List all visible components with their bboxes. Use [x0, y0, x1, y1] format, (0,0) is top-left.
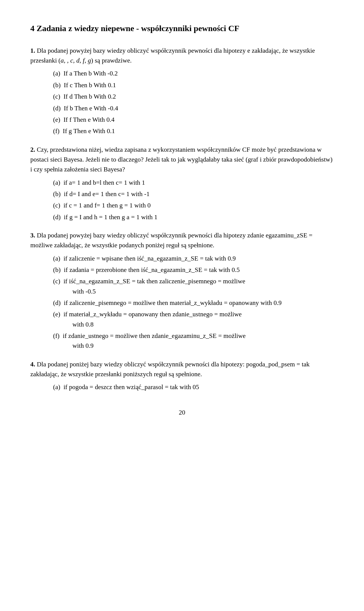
- page-number: 20: [30, 408, 334, 418]
- list-item: (a) if zaliczenie = wpisane then iść_na_…: [53, 254, 334, 264]
- section-4-title: 4. Dla podanej poniżej bazy wiedzy oblic…: [30, 360, 334, 380]
- list-item: (b) If c Then b With 0.1: [53, 80, 334, 90]
- section-4: 4. Dla podanej poniżej bazy wiedzy oblic…: [30, 360, 334, 393]
- list-item: (b) if zadania = przerobione then iść_na…: [53, 265, 334, 275]
- list-item: (d) if g = I and h = 1 then g a = 1 with…: [53, 212, 334, 222]
- list-item: (f) if zdanie_ustnego = możliwe then zda…: [53, 331, 334, 351]
- list-item: (b) if d= I and e= 1 then c= 1 with -1: [53, 189, 334, 199]
- list-item: (e) if materiał_z_wykładu = opanowany th…: [53, 309, 334, 330]
- list-item: (d) If b Then e With -0.4: [53, 104, 334, 113]
- list-item: (d) if zaliczenie_pisemnego = możliwe th…: [53, 298, 334, 308]
- page-title: 4 Zadania z wiedzy niepewne - współczynn…: [30, 23, 334, 35]
- section-1: 1. Dla podanej powyżej bazy wiedzy oblic…: [30, 46, 334, 137]
- list-item: (a) If a Then b With -0.2: [53, 69, 334, 79]
- page-container: 4 Zadania z wiedzy niepewne - współczynn…: [30, 23, 334, 418]
- section-2-list: (a) if a= 1 and b=l then c= 1 with 1 (b)…: [53, 178, 334, 222]
- list-item: (f) If g Then e With 0.1: [53, 126, 334, 136]
- list-item: (e) If f Then e With 0.4: [53, 115, 334, 125]
- section-1-title: 1. Dla podanej powyżej bazy wiedzy oblic…: [30, 46, 334, 66]
- list-item: (c) if c = 1 and f= 1 then g = 1 with 0: [53, 201, 334, 210]
- list-item: (a) if pogoda = deszcz then wziąć_paraso…: [53, 382, 334, 392]
- section-2: 2. Czy, przedstawiona niżej, wiedza zapi…: [30, 145, 334, 222]
- section-2-title: 2. Czy, przedstawiona niżej, wiedza zapi…: [30, 145, 334, 175]
- list-item: (c) If d Then b With 0.2: [53, 92, 334, 102]
- section-3: 3. Dla podanej powyżej bazy wiedzy oblic…: [30, 231, 334, 351]
- list-item: (c) if iść_na_egazamin_z_SE = tak then z…: [53, 276, 334, 297]
- list-item: (a) if a= 1 and b=l then c= 1 with 1: [53, 178, 334, 188]
- section-3-title: 3. Dla podanej powyżej bazy wiedzy oblic…: [30, 231, 334, 251]
- section-3-list: (a) if zaliczenie = wpisane then iść_na_…: [53, 254, 334, 351]
- section-4-list: (a) if pogoda = deszcz then wziąć_paraso…: [53, 382, 334, 392]
- section-1-list: (a) If a Then b With -0.2 (b) If c Then …: [53, 69, 334, 136]
